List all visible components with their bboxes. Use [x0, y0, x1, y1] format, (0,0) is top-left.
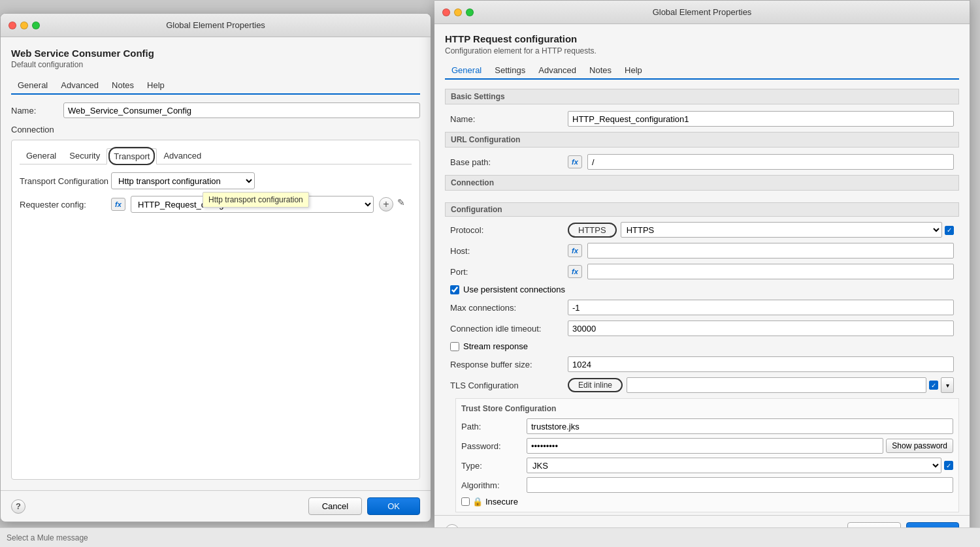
stream-response-label: Stream response — [463, 341, 528, 351]
tab-help[interactable]: Help — [140, 77, 171, 95]
trust-type-select[interactable]: JKS — [527, 458, 941, 473]
base-path-fx-icon[interactable]: fx — [568, 155, 582, 168]
right-tab-notes[interactable]: Notes — [583, 62, 618, 80]
right-tab-general[interactable]: General — [445, 62, 488, 80]
insecure-row: 🔒 Insecure — [461, 497, 953, 507]
protocol-value-container: HTTPS HTTPS ✓ — [568, 222, 954, 238]
protocol-select[interactable]: HTTPS — [621, 222, 942, 238]
max-connections-label: Max connections: — [450, 303, 568, 313]
right-maximize-button[interactable] — [466, 8, 474, 16]
inner-tab-security[interactable]: Security — [63, 148, 106, 164]
port-row: Port: fx — [445, 264, 959, 279]
right-name-row: Name: — [445, 111, 959, 127]
lock-icon: 🔒 — [472, 497, 483, 507]
left-tab-bar: General Advanced Notes Help — [11, 77, 420, 95]
trust-password-row: Password: Show password — [461, 438, 953, 454]
left-window-title: Global Element Properties — [166, 20, 265, 30]
host-row: Host: fx — [445, 243, 959, 258]
trust-algorithm-input[interactable] — [527, 477, 953, 493]
trust-path-input[interactable] — [527, 418, 953, 434]
stream-response-row: Stream response — [445, 341, 959, 351]
protocol-checkbox[interactable]: ✓ — [945, 226, 954, 235]
max-connections-row: Max connections: — [445, 300, 959, 315]
base-path-input[interactable] — [587, 154, 954, 170]
left-button-group: Cancel OK — [308, 497, 420, 515]
edit-inline-badge: Edit inline — [568, 378, 623, 392]
host-fx-icon[interactable]: fx — [568, 244, 582, 257]
inner-tab-advanced[interactable]: Advanced — [157, 148, 208, 164]
left-app-subtitle: Default configuration — [11, 60, 420, 69]
port-label: Port: — [450, 267, 568, 277]
trust-store-header: Trust Store Configuration — [461, 404, 953, 413]
tab-notes[interactable]: Notes — [105, 77, 140, 95]
show-password-button[interactable]: Show password — [886, 439, 953, 453]
right-minimize-button[interactable] — [454, 8, 462, 16]
right-close-button[interactable] — [442, 8, 450, 16]
right-tab-settings[interactable]: Settings — [488, 62, 532, 80]
maximize-button[interactable] — [32, 22, 40, 29]
close-button[interactable] — [8, 22, 16, 29]
left-cancel-button[interactable]: Cancel — [308, 497, 362, 515]
trust-path-label: Path: — [461, 422, 527, 431]
tls-input[interactable] — [627, 377, 926, 393]
connection-panel: General Security Transport Advanced Tran… — [11, 140, 420, 480]
right-app-subtitle: Configuration element for a HTTP request… — [445, 46, 959, 55]
requester-fx-icon[interactable]: fx — [111, 198, 125, 211]
persistent-connections-label: Use persistent connections — [463, 285, 565, 294]
inner-tab-bar: General Security Transport Advanced — [20, 148, 412, 164]
idle-timeout-input[interactable] — [568, 320, 954, 336]
minimize-button[interactable] — [20, 22, 28, 29]
right-tab-advanced[interactable]: Advanced — [532, 62, 583, 80]
right-window-controls — [442, 8, 474, 16]
insecure-checkbox[interactable] — [461, 497, 470, 506]
protocol-label: Protocol: — [450, 225, 568, 235]
insecure-label: Insecure — [485, 497, 518, 507]
requester-config-label: Requester config: — [20, 200, 111, 210]
left-window-footer: ? Cancel OK — [1, 490, 431, 522]
right-tab-help[interactable]: Help — [618, 62, 649, 80]
left-window-controls — [8, 22, 40, 29]
max-connections-input[interactable] — [568, 300, 954, 315]
protocol-row: Protocol: HTTPS HTTPS ✓ — [445, 222, 959, 238]
bottom-bar-text: Select a Mule message — [7, 533, 88, 542]
trust-algorithm-label: Algorithm: — [461, 480, 527, 490]
help-button[interactable]: ? — [11, 499, 25, 514]
host-input[interactable] — [587, 243, 954, 258]
name-input[interactable] — [63, 102, 420, 118]
trust-algorithm-row: Algorithm: — [461, 477, 953, 493]
trust-type-label: Type: — [461, 461, 527, 471]
basic-settings-header: Basic Settings — [445, 89, 959, 104]
name-row: Name: — [11, 102, 420, 118]
trust-path-row: Path: — [461, 418, 953, 434]
connection-header: Connection — [445, 175, 959, 191]
transport-config-row: Transport Configuration Http transport c… — [20, 172, 412, 189]
stream-response-checkbox[interactable] — [450, 342, 459, 351]
tls-checkbox[interactable]: ✓ — [929, 381, 938, 390]
tab-general[interactable]: General — [11, 77, 54, 95]
url-config-header: URL Configuration — [445, 132, 959, 148]
transport-config-dropdown[interactable]: Http transport configuration — [111, 172, 255, 189]
host-label: Host: — [450, 246, 568, 256]
right-app-title: HTTP Request configuration — [445, 33, 959, 44]
port-input[interactable] — [587, 264, 954, 279]
response-buffer-input[interactable] — [568, 356, 954, 372]
tls-config-row: TLS Configuration Edit inline ✓ ▾ — [445, 377, 959, 393]
name-label: Name: — [11, 106, 63, 116]
tls-dropdown-button[interactable]: ▾ — [941, 377, 954, 393]
inner-tab-transport[interactable]: Transport — [106, 148, 157, 164]
tab-advanced[interactable]: Advanced — [54, 77, 105, 95]
persistent-connections-checkbox[interactable] — [450, 285, 459, 294]
left-window: Global Element Properties Web Service Co… — [0, 13, 431, 522]
trust-password-input[interactable] — [527, 438, 883, 454]
edit-config-button[interactable]: ✎ — [397, 197, 412, 211]
port-fx-icon[interactable]: fx — [568, 265, 582, 278]
add-config-button[interactable]: + — [379, 197, 393, 211]
bottom-bar: Select a Mule message — [0, 527, 980, 547]
inner-tab-general[interactable]: General — [20, 148, 63, 164]
transport-config-tooltip: Http transport configuration — [203, 192, 309, 208]
persistent-connections-row: Use persistent connections — [445, 285, 959, 294]
trust-type-checkbox[interactable]: ✓ — [944, 461, 953, 470]
right-name-input[interactable] — [568, 111, 954, 127]
trust-password-label: Password: — [461, 441, 527, 451]
left-ok-button[interactable]: OK — [367, 497, 420, 515]
